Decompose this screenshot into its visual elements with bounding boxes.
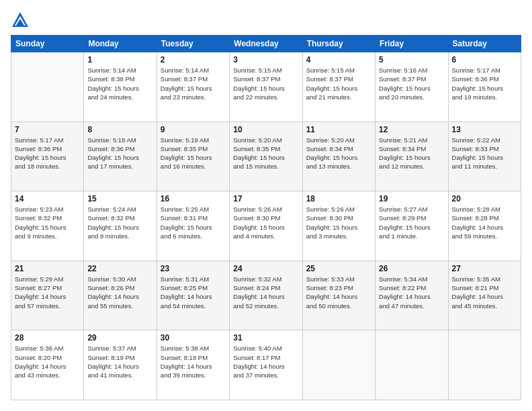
day-info: Sunrise: 5:17 AM Sunset: 8:36 PM Dayligh… — [452, 66, 517, 101]
weekday-header-friday: Friday — [375, 36, 448, 52]
calendar-cell — [448, 330, 521, 400]
weekday-header-thursday: Thursday — [302, 36, 375, 52]
calendar-cell: 20Sunrise: 5:28 AM Sunset: 8:28 PM Dayli… — [448, 191, 521, 261]
calendar-cell: 7Sunrise: 5:17 AM Sunset: 8:36 PM Daylig… — [11, 122, 84, 191]
calendar-cell — [375, 330, 448, 400]
day-number: 30 — [161, 333, 226, 342]
day-number: 2 — [161, 55, 226, 64]
calendar-cell: 27Sunrise: 5:35 AM Sunset: 8:21 PM Dayli… — [448, 261, 521, 330]
day-number: 15 — [87, 194, 152, 203]
calendar-cell: 26Sunrise: 5:34 AM Sunset: 8:22 PM Dayli… — [375, 261, 448, 330]
day-number: 17 — [233, 194, 298, 203]
calendar-table: SundayMondayTuesdayWednesdayThursdayFrid… — [11, 35, 521, 400]
day-info: Sunrise: 5:18 AM Sunset: 8:36 PM Dayligh… — [87, 136, 152, 171]
day-number: 8 — [87, 125, 152, 134]
day-info: Sunrise: 5:30 AM Sunset: 8:26 PM Dayligh… — [87, 275, 152, 310]
calendar-week-row: 28Sunrise: 5:36 AM Sunset: 8:20 PM Dayli… — [11, 330, 521, 400]
day-info: Sunrise: 5:29 AM Sunset: 8:27 PM Dayligh… — [15, 275, 80, 310]
day-info: Sunrise: 5:15 AM Sunset: 8:37 PM Dayligh… — [233, 66, 298, 101]
day-number: 21 — [15, 264, 80, 273]
calendar-cell: 4Sunrise: 5:15 AM Sunset: 8:37 PM Daylig… — [302, 52, 375, 122]
day-info: Sunrise: 5:40 AM Sunset: 8:17 PM Dayligh… — [233, 344, 298, 379]
day-info: Sunrise: 5:35 AM Sunset: 8:21 PM Dayligh… — [452, 275, 517, 310]
day-number: 27 — [452, 264, 517, 273]
day-info: Sunrise: 5:15 AM Sunset: 8:37 PM Dayligh… — [306, 66, 371, 101]
weekday-header-row: SundayMondayTuesdayWednesdayThursdayFrid… — [11, 36, 521, 52]
calendar-cell: 29Sunrise: 5:37 AM Sunset: 8:19 PM Dayli… — [84, 330, 157, 400]
calendar-cell: 6Sunrise: 5:17 AM Sunset: 8:36 PM Daylig… — [448, 52, 521, 122]
day-number: 16 — [161, 194, 226, 203]
day-info: Sunrise: 5:21 AM Sunset: 8:34 PM Dayligh… — [379, 136, 444, 171]
weekday-header-saturday: Saturday — [448, 36, 521, 52]
day-number: 10 — [233, 125, 298, 134]
day-info: Sunrise: 5:25 AM Sunset: 8:31 PM Dayligh… — [161, 205, 226, 240]
weekday-header-sunday: Sunday — [11, 36, 84, 52]
day-number: 1 — [87, 55, 152, 64]
calendar-cell: 24Sunrise: 5:32 AM Sunset: 8:24 PM Dayli… — [230, 261, 302, 330]
calendar-cell: 25Sunrise: 5:33 AM Sunset: 8:23 PM Dayli… — [302, 261, 375, 330]
calendar-cell: 19Sunrise: 5:27 AM Sunset: 8:29 PM Dayli… — [375, 191, 448, 261]
day-info: Sunrise: 5:34 AM Sunset: 8:22 PM Dayligh… — [379, 275, 444, 310]
calendar-cell: 8Sunrise: 5:18 AM Sunset: 8:36 PM Daylig… — [84, 122, 157, 191]
day-number: 3 — [233, 55, 298, 64]
day-info: Sunrise: 5:20 AM Sunset: 8:34 PM Dayligh… — [306, 136, 371, 171]
day-number: 4 — [306, 55, 371, 64]
day-number: 25 — [306, 264, 371, 273]
calendar-cell — [11, 52, 84, 122]
day-info: Sunrise: 5:27 AM Sunset: 8:29 PM Dayligh… — [379, 205, 444, 240]
day-number: 29 — [87, 333, 152, 342]
day-info: Sunrise: 5:38 AM Sunset: 8:18 PM Dayligh… — [161, 344, 226, 379]
day-info: Sunrise: 5:37 AM Sunset: 8:19 PM Dayligh… — [87, 344, 152, 379]
day-number: 26 — [379, 264, 444, 273]
calendar-cell: 28Sunrise: 5:36 AM Sunset: 8:20 PM Dayli… — [11, 330, 84, 400]
day-info: Sunrise: 5:16 AM Sunset: 8:37 PM Dayligh… — [379, 66, 444, 101]
calendar-week-row: 14Sunrise: 5:23 AM Sunset: 8:32 PM Dayli… — [11, 191, 521, 261]
day-info: Sunrise: 5:20 AM Sunset: 8:35 PM Dayligh… — [233, 136, 298, 171]
logo — [11, 11, 32, 30]
calendar-cell: 2Sunrise: 5:14 AM Sunset: 8:37 PM Daylig… — [157, 52, 229, 122]
weekday-header-wednesday: Wednesday — [230, 36, 302, 52]
day-info: Sunrise: 5:17 AM Sunset: 8:36 PM Dayligh… — [15, 136, 80, 171]
day-number: 31 — [233, 333, 298, 342]
calendar-cell: 22Sunrise: 5:30 AM Sunset: 8:26 PM Dayli… — [84, 261, 157, 330]
calendar-cell: 5Sunrise: 5:16 AM Sunset: 8:37 PM Daylig… — [375, 52, 448, 122]
calendar-cell: 18Sunrise: 5:26 AM Sunset: 8:30 PM Dayli… — [302, 191, 375, 261]
calendar-week-row: 1Sunrise: 5:14 AM Sunset: 8:38 PM Daylig… — [11, 52, 521, 122]
calendar-week-row: 21Sunrise: 5:29 AM Sunset: 8:27 PM Dayli… — [11, 261, 521, 330]
logo-icon — [11, 11, 30, 30]
day-number: 20 — [452, 194, 517, 203]
calendar-cell: 17Sunrise: 5:26 AM Sunset: 8:30 PM Dayli… — [230, 191, 302, 261]
calendar-cell: 12Sunrise: 5:21 AM Sunset: 8:34 PM Dayli… — [375, 122, 448, 191]
day-number: 22 — [87, 264, 152, 273]
calendar-cell: 31Sunrise: 5:40 AM Sunset: 8:17 PM Dayli… — [230, 330, 302, 400]
day-info: Sunrise: 5:19 AM Sunset: 8:35 PM Dayligh… — [161, 136, 226, 171]
calendar-cell: 3Sunrise: 5:15 AM Sunset: 8:37 PM Daylig… — [230, 52, 302, 122]
calendar-cell: 10Sunrise: 5:20 AM Sunset: 8:35 PM Dayli… — [230, 122, 302, 191]
weekday-header-tuesday: Tuesday — [157, 36, 229, 52]
day-info: Sunrise: 5:22 AM Sunset: 8:33 PM Dayligh… — [452, 136, 517, 171]
page: SundayMondayTuesdayWednesdayThursdayFrid… — [0, 0, 532, 411]
calendar-week-row: 7Sunrise: 5:17 AM Sunset: 8:36 PM Daylig… — [11, 122, 521, 191]
day-number: 9 — [161, 125, 226, 134]
day-number: 18 — [306, 194, 371, 203]
calendar-cell: 23Sunrise: 5:31 AM Sunset: 8:25 PM Dayli… — [157, 261, 229, 330]
weekday-header-monday: Monday — [84, 36, 157, 52]
day-info: Sunrise: 5:14 AM Sunset: 8:38 PM Dayligh… — [87, 66, 152, 101]
day-number: 14 — [15, 194, 80, 203]
day-info: Sunrise: 5:32 AM Sunset: 8:24 PM Dayligh… — [233, 275, 298, 310]
calendar-cell: 16Sunrise: 5:25 AM Sunset: 8:31 PM Dayli… — [157, 191, 229, 261]
day-number: 13 — [452, 125, 517, 134]
calendar-cell: 14Sunrise: 5:23 AM Sunset: 8:32 PM Dayli… — [11, 191, 84, 261]
day-info: Sunrise: 5:14 AM Sunset: 8:37 PM Dayligh… — [161, 66, 226, 101]
day-info: Sunrise: 5:33 AM Sunset: 8:23 PM Dayligh… — [306, 275, 371, 310]
day-info: Sunrise: 5:23 AM Sunset: 8:32 PM Dayligh… — [15, 205, 80, 240]
calendar-cell: 15Sunrise: 5:24 AM Sunset: 8:32 PM Dayli… — [84, 191, 157, 261]
day-info: Sunrise: 5:26 AM Sunset: 8:30 PM Dayligh… — [233, 205, 298, 240]
day-number: 7 — [15, 125, 80, 134]
day-info: Sunrise: 5:36 AM Sunset: 8:20 PM Dayligh… — [15, 344, 80, 379]
day-number: 28 — [15, 333, 80, 342]
day-number: 19 — [379, 194, 444, 203]
day-number: 5 — [379, 55, 444, 64]
day-info: Sunrise: 5:24 AM Sunset: 8:32 PM Dayligh… — [87, 205, 152, 240]
calendar-cell: 1Sunrise: 5:14 AM Sunset: 8:38 PM Daylig… — [84, 52, 157, 122]
